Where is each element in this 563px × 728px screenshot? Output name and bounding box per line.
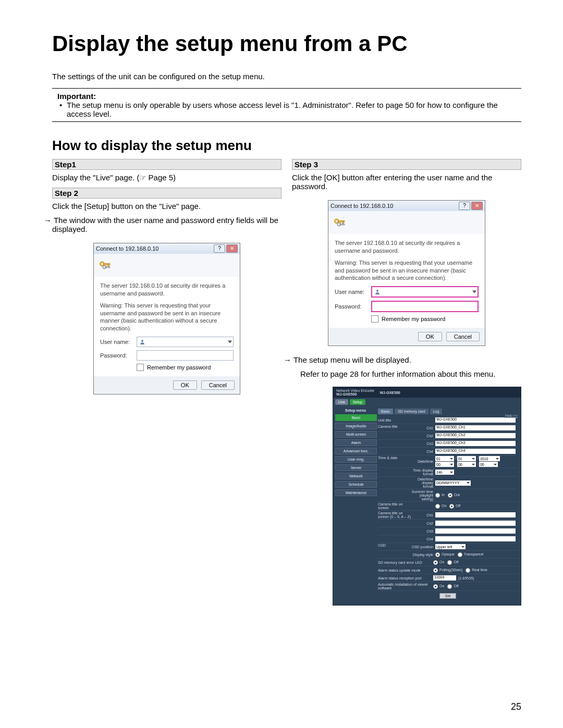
close-icon[interactable]: ✕ [471,202,483,210]
rule-bottom [52,121,521,122]
min-select[interactable]: 00 [457,462,476,467]
intro-text: The settings of the unit can be configur… [52,72,521,81]
remember-checkbox[interactable] [137,364,144,371]
dialog-title: Connect to 192.168.0.10 [96,245,213,252]
step3-arrow: The setup menu will be displayed. [292,355,521,364]
help-icon[interactable]: ? [214,244,225,253]
ch3-input[interactable]: WJ-GXE500_Ch3 [435,441,516,446]
remember-checkbox[interactable] [371,315,378,323]
help-link[interactable]: Help >> [505,414,518,417]
transparent-radio[interactable] [458,552,462,557]
svg-point-15 [376,290,378,292]
sidebar-item-maintenance[interactable]: Maintenance [335,489,377,496]
sidebar-item-advanced[interactable]: Advanced func. [335,448,377,454]
sidebar-item-basic[interactable]: Basic [335,414,377,421]
close-icon[interactable]: ✕ [226,244,238,253]
sidebar-item-image-audio[interactable]: Image/Audio [335,423,377,429]
day-select[interactable]: 01 [435,456,454,461]
svg-point-9 [336,220,338,223]
sidebar-item-user[interactable]: User mng. [335,456,377,463]
important-body: • The setup menu is only operable by use… [67,101,521,118]
sidebar-item-network[interactable]: Network [335,473,377,479]
chevron-down-icon[interactable] [228,341,232,343]
svg-point-13 [338,224,340,225]
svg-rect-14 [340,224,345,225]
ch1-input[interactable]: WJ-GXE500_Ch1 [435,425,516,430]
password-input[interactable] [371,301,479,312]
dialog-title: Connect to 192.168.0.10 [331,203,458,209]
sidebar-item-multiscreen[interactable]: Multi-screen [335,431,377,438]
svg-point-7 [141,340,143,342]
password-label: Password: [100,352,137,359]
sdled-on-radio[interactable] [433,560,438,565]
ch2-input[interactable]: WJ-GXE500_Ch2 [435,433,516,438]
sdled-off-radio[interactable] [447,560,452,565]
username-input[interactable] [371,286,479,298]
username-input[interactable] [137,337,234,347]
keys-icon [333,215,347,230]
cancel-button[interactable]: Cancel [446,332,480,341]
ch4-input[interactable]: WJ-GXE500_Ch4 [435,449,516,454]
product-line2: WJ-GXE500 [336,392,374,396]
model-label: WJ-GXE500 [380,391,400,394]
dst-out-radio[interactable] [448,493,452,498]
sidebar: Setup menu Basic Image/Audio Multi-scree… [333,406,378,605]
svg-rect-6 [105,267,110,268]
product-line1: Network Video Encoder [336,389,374,392]
time-format-select[interactable]: 24h [435,470,454,475]
user-icon [139,339,145,345]
dialog-text1: The server 192.168.0.10 at security dir … [100,282,234,298]
month-select[interactable]: 01 [457,456,476,461]
setup-menu-screenshot: Network Video Encoder WJ-GXE500 WJ-GXE50… [333,387,521,606]
set-button[interactable]: Set [439,593,457,599]
cancel-button[interactable]: Cancel [201,380,235,390]
unit-title-input[interactable]: WJ-GXE500 [435,417,516,423]
svg-point-1 [101,263,103,265]
content-tab-sd[interactable]: SD memory card [395,409,429,414]
ok-button[interactable]: OK [418,332,442,341]
sidebar-item-alarm[interactable]: Alarm [335,439,377,446]
chevron-down-icon[interactable] [472,291,476,293]
dialog-text2: Warning: This server is requesting that … [100,302,234,332]
cts-ch4-input[interactable] [435,536,516,541]
dst-in-radio[interactable] [435,493,440,498]
sidebar-item-server[interactable]: Server [335,464,377,471]
polling-radio[interactable] [433,568,438,573]
user-icon [374,289,381,295]
help-icon[interactable]: ? [459,202,470,210]
cts-ch2-input[interactable] [435,521,516,526]
step2-arrow: The window with the user name and passwo… [52,216,282,233]
date-format-select[interactable]: DD/MM/YYYY [435,480,471,486]
cts-ch1-input[interactable] [435,512,516,517]
alarm-port-input[interactable]: 31004 [433,575,456,581]
autoinst-off-radio[interactable] [447,584,452,589]
auth-dialog: Connect to 192.168.0.10 ? ✕ The server 1… [93,243,240,394]
username-label: User name: [335,289,371,295]
hour-select[interactable]: 00 [435,462,454,467]
sec-select[interactable]: 00 [479,462,498,467]
step1-body: Display the "Live" page. (☞ Page 5) [52,173,282,182]
cts-off-radio[interactable] [449,504,454,509]
autoinst-on-radio[interactable] [433,584,438,589]
opaque-radio[interactable] [435,552,440,557]
cts-on-radio[interactable] [435,504,440,509]
step3-body: Click the [OK] button after entering the… [292,173,521,191]
tab-setup[interactable]: Setup [350,399,365,405]
ok-button[interactable]: OK [173,380,197,390]
svg-point-5 [104,266,105,268]
osd-position-select[interactable]: Upper left [435,544,466,549]
dialog-text2: Warning: This server is requesting that … [335,259,479,282]
page-number: 25 [511,701,521,712]
password-input[interactable] [137,350,234,361]
year-select[interactable]: 2010 [479,456,500,461]
tab-live[interactable]: Live [335,399,348,405]
step2-body: Click the [Setup] button on the "Live" p… [52,202,282,211]
content-tab-basic[interactable]: Basic [378,409,393,414]
realtime-radio[interactable] [466,568,470,573]
svg-rect-3 [108,264,109,266]
rule-top [52,88,521,89]
step1-label: Step1 [52,159,282,170]
sidebar-item-schedule[interactable]: Schedule [335,481,377,488]
content-tab-log[interactable]: Log [430,409,443,414]
cts-ch3-input[interactable] [435,528,516,534]
